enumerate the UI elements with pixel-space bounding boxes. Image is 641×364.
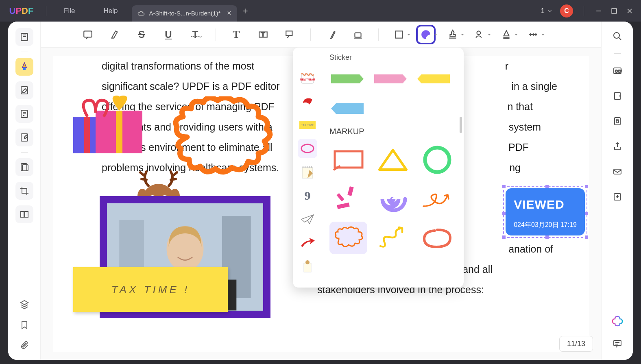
callout-button[interactable] xyxy=(283,28,297,41)
minimize-icon[interactable] xyxy=(595,7,603,15)
svg-rect-52 xyxy=(335,151,362,168)
sticker-cloud-purple[interactable] xyxy=(329,222,367,254)
organize-tool[interactable] xyxy=(15,158,33,176)
sticker-button[interactable] xyxy=(419,28,432,41)
sticker-triangle-yellow[interactable] xyxy=(374,144,412,176)
save-icon[interactable] xyxy=(609,189,626,205)
attachment-icon[interactable] xyxy=(20,340,29,352)
svg-rect-22 xyxy=(395,31,402,38)
annotation-toolbar: S U T T T xyxy=(41,22,601,48)
svg-rect-56 xyxy=(336,193,344,201)
cat-santa[interactable] xyxy=(298,92,317,111)
maximize-icon[interactable] xyxy=(610,7,618,15)
measure-button[interactable] xyxy=(527,28,540,41)
sticker-body: Sticker MARKUP xyxy=(322,48,464,288)
search-icon[interactable] xyxy=(609,28,626,44)
svg-rect-20 xyxy=(355,33,361,37)
sticky-note[interactable]: TAX TIME ! xyxy=(73,267,228,312)
shape-button[interactable] xyxy=(392,28,406,41)
outline-tool[interactable] xyxy=(15,105,33,123)
sticker-tape-pink[interactable] xyxy=(373,68,408,90)
svg-text:OCR: OCR xyxy=(615,69,622,73)
svg-rect-50 xyxy=(304,263,311,272)
svg-line-59 xyxy=(619,37,621,40)
highlight-button[interactable] xyxy=(108,28,121,41)
sticker-tape-blue[interactable] xyxy=(329,97,365,120)
left-sidebar xyxy=(8,22,41,360)
email-icon[interactable] xyxy=(609,163,626,180)
sticker-rect-red[interactable] xyxy=(329,144,367,176)
form-tool[interactable] xyxy=(15,129,33,146)
menu-file[interactable]: File xyxy=(50,7,89,15)
divider xyxy=(46,6,46,16)
svg-rect-5 xyxy=(23,68,26,70)
sticker-burst-pink[interactable] xyxy=(329,183,367,215)
sticker-oval-red[interactable] xyxy=(419,222,456,254)
signature-button[interactable] xyxy=(473,28,486,41)
svg-rect-55 xyxy=(347,186,353,196)
svg-point-24 xyxy=(477,31,481,35)
layers-icon[interactable] xyxy=(20,300,29,311)
sticker-circle-green[interactable] xyxy=(419,144,456,176)
cloud-sticker[interactable] xyxy=(171,96,277,178)
menu-help[interactable]: Help xyxy=(89,7,132,15)
sticker-loop-orange[interactable] xyxy=(419,183,456,215)
compare-tool[interactable] xyxy=(15,205,33,223)
section-title: MARKUP xyxy=(329,127,456,136)
canvas[interactable]: digital transformations of the most sign… xyxy=(41,48,601,360)
cat-plane[interactable] xyxy=(298,209,317,229)
panel-title: Sticker xyxy=(329,53,456,62)
strikethrough-button[interactable]: S xyxy=(135,28,148,41)
crop-tool[interactable] xyxy=(15,182,33,200)
comment-icon[interactable] xyxy=(609,336,626,352)
sticker-spiral-purple[interactable] xyxy=(374,183,412,215)
cat-notepad[interactable] xyxy=(298,162,317,182)
pencil-button[interactable] xyxy=(325,28,338,41)
right-sidebar: OCR xyxy=(601,22,633,360)
cat-pin[interactable] xyxy=(298,257,317,276)
sticker-tape-green[interactable] xyxy=(329,68,365,90)
close-tab-icon[interactable]: × xyxy=(227,9,231,17)
svg-rect-14 xyxy=(21,211,24,217)
cat-tax[interactable]: TAX TIME xyxy=(298,115,317,135)
note-button[interactable] xyxy=(81,28,94,41)
cat-arrow-red[interactable] xyxy=(298,233,317,253)
viewed-stamp-selected[interactable]: VIEWED 024年03月20日 17:19 xyxy=(503,186,587,238)
sticker-squiggle-yellow[interactable] xyxy=(374,222,412,254)
close-window-icon[interactable] xyxy=(626,7,634,15)
svg-point-58 xyxy=(614,33,619,38)
zoom-indicator[interactable]: 1 xyxy=(541,7,553,15)
sticker-panel: NEW YEAR TAX TIME 9 Sticker xyxy=(293,48,464,288)
reader-tool[interactable] xyxy=(15,28,33,46)
export-icon[interactable] xyxy=(609,88,626,104)
edit-tool[interactable] xyxy=(15,81,33,99)
bookmark-icon[interactable] xyxy=(20,320,29,331)
cat-number[interactable]: 9 xyxy=(298,186,317,205)
user-avatar[interactable]: C xyxy=(560,4,573,17)
separator xyxy=(614,53,621,54)
stamp-date: 024年03月20日 17:19 xyxy=(514,218,577,231)
protect-icon[interactable] xyxy=(609,113,626,129)
add-tab-button[interactable]: + xyxy=(237,5,253,17)
redact-button[interactable] xyxy=(500,28,513,41)
text-button[interactable]: T xyxy=(230,28,243,41)
separator xyxy=(310,28,311,41)
document-tab[interactable]: A-Shift-to-S...n-Burden(1)* × xyxy=(132,5,237,22)
cat-markup[interactable] xyxy=(298,139,317,158)
gift-sticker[interactable] xyxy=(73,92,142,153)
underline-button[interactable]: U xyxy=(162,28,175,41)
eraser-button[interactable] xyxy=(351,28,364,41)
page-indicator[interactable]: 11/13 xyxy=(559,336,593,352)
scrollbar-thumb[interactable] xyxy=(460,117,462,133)
titlebar: UPDF File Help A-Shift-to-S...n-Burden(1… xyxy=(0,0,641,22)
ai-icon[interactable] xyxy=(612,315,623,327)
squiggly-button[interactable]: T xyxy=(189,28,202,41)
highlight-tool[interactable] xyxy=(15,58,33,76)
svg-rect-65 xyxy=(614,169,621,174)
share-icon[interactable] xyxy=(609,138,626,155)
cat-new-year[interactable]: NEW YEAR xyxy=(298,68,317,87)
ocr-icon[interactable]: OCR xyxy=(609,63,626,79)
sticker-tape-yellow[interactable] xyxy=(416,68,451,90)
stamp-button[interactable] xyxy=(446,28,459,41)
textbox-button[interactable]: T xyxy=(257,28,270,41)
